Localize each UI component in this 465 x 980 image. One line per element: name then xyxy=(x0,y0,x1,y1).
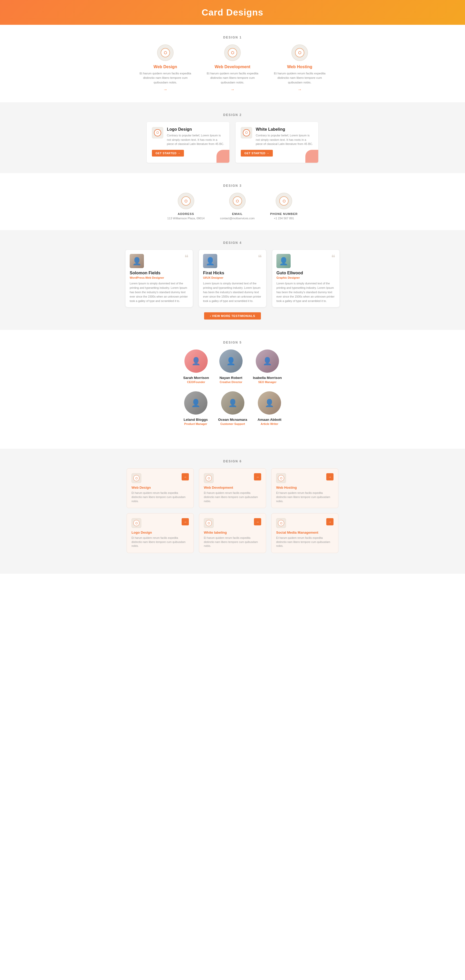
design5-card-amaan: 👤 Amaan Abbott Article Writer xyxy=(258,391,281,425)
design6-icon-inner-webdesign: ⬡ xyxy=(133,475,140,481)
design5-card-ocean: 👤 Ocean Mcnamara Customer Support xyxy=(218,391,247,425)
design4-more-button[interactable]: › VIEW MORE TESTIMONIALS xyxy=(204,312,261,320)
design6-title-whitelabeling: White labeling xyxy=(204,531,261,535)
design6-card-webdev: ⬡ → Web Development Et harum quidem reru… xyxy=(199,468,266,508)
design3-title-email: EMAIL xyxy=(220,212,255,215)
design3-icon-inner-address: ⬡ xyxy=(182,196,191,205)
design4-body-solomon: Solomon Fields WordPress-Web Designer Lo… xyxy=(126,268,193,307)
design5-role-ocean: Customer Support xyxy=(218,422,247,425)
design1-card-webdev: ⬡ Web Development Et harum quidem rerum … xyxy=(204,45,261,92)
design6-card-top-socialmedia: ⬡ → xyxy=(276,518,333,528)
design4-name-solomon: Solomon Fields xyxy=(130,271,189,275)
design5-avatar-amaan: 👤 xyxy=(258,391,281,415)
design1-icon-webdesign: ⬡ xyxy=(157,45,174,61)
design5-name-isabella: Isabella Morrison xyxy=(253,376,282,380)
avatar-face-isabella: 👤 xyxy=(256,350,279,373)
design1-label: DESIGN 1 xyxy=(0,27,465,45)
design5-label: DESIGN 5 xyxy=(0,332,465,350)
design6-card-top-whitelabeling: ⬡ → xyxy=(204,518,261,528)
avatar-face-sarah: 👤 xyxy=(185,350,208,373)
design6-section: DESIGN 6 ⬡ → Web Design Et harum quidem … xyxy=(0,449,465,574)
design6-arrow-logo[interactable]: → xyxy=(182,518,189,525)
design4-card-top-guto: 👤 ❝ xyxy=(272,250,339,268)
design6-card-logo: ⬡ → Logo Design Et harum quidem rerum fa… xyxy=(127,513,194,553)
design4-name-firat: Firat Hicks xyxy=(203,271,262,275)
design3-card-email: ⬡ EMAIL contact@moltservices.com xyxy=(220,193,255,220)
design1-title-webhosting: Web Hosting xyxy=(271,65,328,69)
design6-icon-inner-webhosting: ⬡ xyxy=(278,475,284,481)
design5-name-ocean: Ocean Mcnamara xyxy=(218,418,247,422)
design5-card-sarah: 👤 Sarah Morrison CEO/Founder xyxy=(183,350,209,383)
design3-title-phone: PHONE NUMBER xyxy=(270,212,298,215)
design5-avatar-ocean: 👤 xyxy=(221,391,244,415)
design6-label: DESIGN 6 xyxy=(0,451,465,468)
design6-arrow-webhosting[interactable]: → xyxy=(326,473,333,480)
design6-card-webhosting: ⬡ → Web Hosting Et harum quidem rerum fa… xyxy=(271,468,338,508)
design3-value-email: contact@moltservices.com xyxy=(220,217,255,220)
design5-card-leland: 👤 Leland Bloggs Product Manager xyxy=(184,391,208,425)
design3-icon-inner-email: ⬡ xyxy=(233,196,242,205)
design6-desc-webdesign: Et harum quidem rerum facilis expedita d… xyxy=(132,491,189,503)
design1-title-webdev: Web Development xyxy=(204,65,261,69)
design2-label: DESIGN 2 xyxy=(0,105,465,122)
m-icon: ⬡ xyxy=(231,51,234,55)
design5-card-isabella: 👤 Isabella Morrison SEO Manager xyxy=(253,350,282,383)
design4-card-solomon: 👤 ❝ Solomon Fields WordPress-Web Designe… xyxy=(126,250,193,307)
design2-cards: ⬡ Logo Design Contrary to popular belief… xyxy=(0,122,465,163)
design5-card-nayan: 👤 Nayan Robert Creative Director xyxy=(219,350,242,383)
design3-cards: ⬡ ADDRESS 113 Williamson Plaza, 09014 ⬡ … xyxy=(0,193,465,220)
design4-role-firat: UI/UX Designer xyxy=(203,276,262,279)
design2-btn-logo[interactable]: GET STARTED → xyxy=(152,150,184,156)
design3-icon-phone: ⬡ xyxy=(275,193,292,209)
m-icon: ⬡ xyxy=(298,51,301,55)
design6-icon-inner-webdev: ⬡ xyxy=(205,475,212,481)
design2-card-content-logo: ⬡ Logo Design Contrary to popular belief… xyxy=(152,127,224,146)
design5-name-nayan: Nayan Robert xyxy=(219,376,242,380)
design3-card-phone: ⬡ PHONE NUMBER +1 234 567 891 xyxy=(270,193,298,220)
design4-more-btn-container: › VIEW MORE TESTIMONIALS xyxy=(0,312,465,320)
design1-title-webdesign: Web Design xyxy=(137,65,194,69)
design2-text-whitelabel: White Labeling Contrary to popular belie… xyxy=(256,127,313,146)
design3-value-address: 113 Williamson Plaza, 09014 xyxy=(167,217,205,220)
design1-icon-inner-webdev: ⬡ xyxy=(228,48,237,57)
design6-arrow-webdev[interactable]: → xyxy=(254,473,261,480)
design5-avatar-leland: 👤 xyxy=(184,391,207,415)
design6-arrow-webdesign[interactable]: → xyxy=(182,473,189,480)
design1-arrow-webdesign: → xyxy=(137,87,194,92)
design2-desc-logo: Contrary to popular belief, Lorem Ipsum … xyxy=(167,133,224,146)
design5-role-nayan: Creative Director xyxy=(219,380,242,383)
design6-desc-logo: Et harum quidem rerum facilis expedita d… xyxy=(132,536,189,548)
design1-desc-webhosting: Et harum quidem rerum facilis expedita d… xyxy=(271,71,328,85)
design6-title-logo: Logo Design xyxy=(132,531,189,535)
design6-icon-webdev: ⬡ xyxy=(204,473,213,483)
design6-card-webdesign: ⬡ → Web Design Et harum quidem rerum fac… xyxy=(127,468,194,508)
design3-section: DESIGN 3 ⬡ ADDRESS 113 Williamson Plaza,… xyxy=(0,173,465,230)
design1-card-webdesign: ⬡ Web Design Et harum quidem rerum facil… xyxy=(137,45,194,92)
design1-card-webhosting: ⬡ Web Hosting Et harum quidem rerum faci… xyxy=(271,45,328,92)
design2-btn-whitelabel[interactable]: GET STARTED → xyxy=(241,150,273,156)
design4-quote-icon-guto: ❝ xyxy=(331,254,335,261)
design5-avatar-sarah: 👤 xyxy=(185,350,208,373)
avatar-face-ocean: 👤 xyxy=(221,391,244,415)
design6-icon-socialmedia: ⬡ xyxy=(276,518,286,528)
design1-icon-webdev: ⬡ xyxy=(224,45,241,61)
avatar-face-guto: 👤 xyxy=(276,254,291,268)
avatar-face-amaan: 👤 xyxy=(258,391,281,415)
avatar-face-nayan: 👤 xyxy=(219,350,242,373)
design4-section: DESIGN 4 👤 ❝ Solomon Fields WordPress-We… xyxy=(0,230,465,330)
design5-role-leland: Product Manager xyxy=(184,422,208,425)
design6-arrow-socialmedia[interactable]: → xyxy=(326,518,333,525)
design1-arrow-webdev: → xyxy=(204,87,261,92)
design6-title-socialmedia: Social Media Management xyxy=(276,531,333,535)
design5-row2: 👤 Leland Bloggs Product Manager 👤 Ocean … xyxy=(0,391,465,425)
design2-corner-logo xyxy=(217,150,229,163)
design1-arrow-webhosting: → xyxy=(271,87,328,92)
design4-avatar-firat: 👤 xyxy=(203,254,217,268)
design6-card-top-webdesign: ⬡ → xyxy=(132,473,189,483)
design4-role-solomon: WordPress-Web Designer xyxy=(130,276,189,279)
design5-section: DESIGN 5 👤 Sarah Morrison CEO/Founder 👤 … xyxy=(0,330,465,449)
design6-desc-whitelabeling: Et harum quidem rerum facilis expedita d… xyxy=(204,536,261,548)
design6-arrow-whitelabeling[interactable]: → xyxy=(254,518,261,525)
design3-value-phone: +1 234 567 891 xyxy=(270,217,298,220)
design2-icon-whitelabel: ⬡ xyxy=(241,127,252,138)
